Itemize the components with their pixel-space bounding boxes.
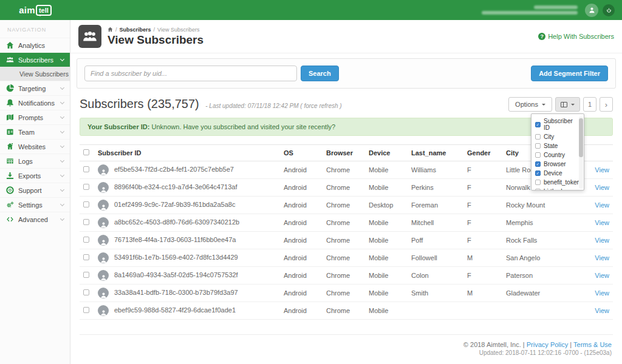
checkbox-unchecked-icon[interactable] [535, 180, 541, 185]
page-header: / Subscribers / View Subscribers View Su… [70, 20, 622, 53]
cell-os: Android [280, 197, 323, 214]
cell-gender: M [463, 285, 502, 302]
row-checkbox[interactable] [83, 254, 89, 260]
options-button[interactable]: Options [508, 97, 552, 112]
sidebar-item-notifications[interactable]: Notifications [0, 95, 70, 110]
select-all-checkbox[interactable] [83, 149, 89, 155]
sidebar-item-prompts[interactable]: Prompts [0, 110, 70, 124]
row-checkbox[interactable] [83, 237, 89, 243]
breadcrumb-subscribers-link[interactable]: Subscribers [120, 27, 151, 33]
cell-gender [463, 302, 502, 320]
cell-browser: Chrome [323, 232, 365, 249]
row-checkbox[interactable] [83, 272, 89, 278]
checkbox-unchecked-icon[interactable] [535, 152, 541, 158]
cell-gender: F [463, 267, 502, 285]
users-icon [6, 56, 14, 64]
search-button[interactable]: Search [301, 66, 339, 81]
view-link[interactable]: View [595, 201, 609, 209]
sidebar-item-websites[interactable]: Websites [0, 139, 70, 153]
table-row: 33a38a41-bdfb-718c-0300-b73b79fd3a97Andr… [80, 285, 613, 302]
view-link[interactable]: View [595, 166, 609, 174]
checkbox-unchecked-icon[interactable] [535, 143, 541, 149]
cell-browser: Chrome [323, 267, 365, 285]
table-row: a8bc652c-4503-d8f0-76d6-63097340212bAndr… [80, 214, 613, 232]
column-option-city[interactable]: City [531, 132, 584, 141]
privacy-policy-link[interactable]: Privacy Policy [527, 341, 568, 348]
next-page-button[interactable]: › [600, 97, 613, 112]
row-checkbox-cell [80, 161, 94, 179]
home-icon[interactable] [108, 27, 113, 32]
terms-link[interactable]: Terms & Use [573, 341, 612, 348]
action-cell: View [567, 285, 613, 302]
column-option-label: Browser [544, 161, 566, 167]
cell-last_name: Smith [408, 285, 463, 302]
page-1-button[interactable]: 1 [583, 97, 596, 112]
view-link[interactable]: View [595, 219, 609, 226]
checkbox-unchecked-icon[interactable] [535, 189, 541, 190]
add-segment-filter-button[interactable]: Add Segment Filter [531, 66, 608, 81]
cell-device: Mobile [365, 285, 408, 302]
view-link[interactable]: View [595, 272, 609, 279]
chevron-down-icon [60, 56, 64, 61]
sidebar-item-settings[interactable]: Settings [0, 197, 70, 212]
row-checkbox[interactable] [83, 166, 89, 172]
sidebar-item-subscribers[interactable]: Subscribers [0, 52, 70, 67]
column-option-birth-day[interactable]: birth_day [531, 187, 584, 190]
sidebar-item-label: Support [18, 187, 42, 194]
column-option-country[interactable]: Country [531, 150, 584, 160]
footer-separator: | [570, 341, 572, 348]
cell-browser: Chrome [323, 179, 365, 197]
sidebar-item-team[interactable]: Team [0, 124, 70, 139]
chevron-down-icon [60, 172, 64, 177]
search-panel: Search Add Segment Filter [77, 58, 616, 89]
view-link[interactable]: View [595, 254, 609, 261]
column-picker-button[interactable] [555, 97, 580, 112]
sidebar-item-view-subscribers[interactable]: View Subscribers [0, 67, 70, 81]
sidebar-item-advanced[interactable]: Advanced [0, 212, 70, 226]
sidebar-item-support[interactable]: Support [0, 183, 70, 197]
chevron-down-icon [60, 99, 64, 104]
cell-device: Mobile [365, 249, 408, 267]
cell-browser: Chrome [323, 161, 365, 179]
chevron-down-icon [60, 216, 64, 220]
help-with-subscribers-link[interactable]: ? Help With Subscribers [538, 33, 614, 40]
view-link[interactable]: View [595, 237, 609, 244]
column-option-browser[interactable]: Browser [531, 160, 584, 169]
column-option-benefit-token[interactable]: benefit_token [531, 178, 584, 187]
last-updated-text[interactable]: - Last updated: 07/11/18 12:42 PM ( forc… [205, 103, 341, 109]
column-option-label: Subscriber ID [544, 118, 580, 131]
row-checkbox[interactable] [83, 289, 89, 295]
scrollbar-thumb[interactable] [579, 118, 583, 157]
view-link[interactable]: View [595, 184, 609, 191]
row-checkbox[interactable] [83, 184, 89, 190]
row-checkbox[interactable] [83, 201, 89, 207]
checkbox-checked-icon[interactable] [535, 122, 541, 127]
sidebar-item-exports[interactable]: Exports [0, 168, 70, 183]
column-option-label: Country [544, 152, 565, 158]
sidebar-item-analytics[interactable]: Analytics [0, 38, 70, 52]
user-menu-button[interactable] [585, 4, 598, 17]
content-area: Search Add Segment Filter Subscribers (2… [70, 53, 622, 356]
search-input[interactable] [84, 66, 297, 81]
column-option-device[interactable]: Device [531, 169, 584, 178]
row-checkbox[interactable] [83, 307, 89, 313]
page-title: View Subscribers [108, 33, 203, 47]
cell-last_name: Followell [408, 249, 463, 267]
sidebar-item-targeting[interactable]: Targeting [0, 81, 70, 95]
column-option-state[interactable]: State [531, 141, 584, 150]
checkbox-unchecked-icon[interactable] [535, 134, 541, 140]
row-checkbox[interactable] [83, 219, 89, 225]
logout-button[interactable] [603, 4, 615, 16]
sidebar-item-logs[interactable]: Logs [0, 153, 70, 168]
cell-os: Android [280, 249, 323, 267]
view-link[interactable]: View [595, 307, 609, 314]
cell-device: Mobile [365, 232, 408, 249]
view-link[interactable]: View [595, 289, 609, 297]
column-header-subscriber-id: Subscriber ID [94, 145, 280, 161]
checkbox-checked-icon[interactable] [535, 170, 541, 176]
checkbox-checked-icon[interactable] [535, 161, 541, 167]
aimtell-logo[interactable]: aim tell [0, 5, 70, 16]
column-option-subscriber-id[interactable]: Subscriber ID [531, 116, 584, 132]
subscriber-id-text: ebef9c59-988d-5827-4f29-6dcae1f0ade1 [114, 306, 236, 314]
footer-updated-text: Updated: 2018-07-11 12:02:16 -0700 - (12… [81, 349, 612, 356]
